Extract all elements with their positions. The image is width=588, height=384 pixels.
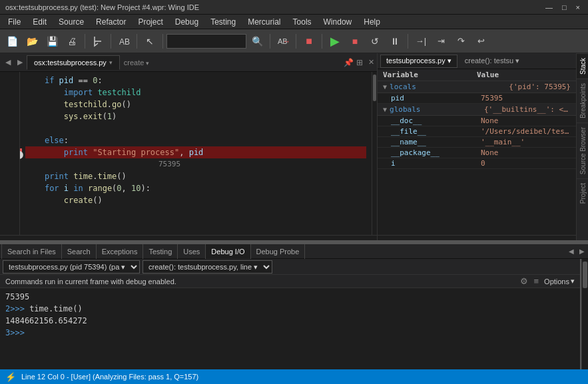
vtab-stack[interactable]: Stack bbox=[577, 53, 588, 79]
editor-and-debug: ◀ ▶ osx:testsubprocess.py ▾ create ▾ 📌 bbox=[0, 53, 588, 369]
editor-tab-dropdown-icon[interactable]: ▾ bbox=[109, 59, 113, 66]
left-content: ◀ ▶ osx:testsubprocess.py ▾ create ▾ 📌 bbox=[0, 53, 588, 369]
menu-refactor[interactable]: Refactor bbox=[91, 16, 131, 28]
editor-close-icon[interactable]: ✕ bbox=[368, 58, 374, 67]
right-scrollbar-h[interactable] bbox=[378, 235, 576, 240]
console-scrollbar-v[interactable] bbox=[581, 259, 588, 369]
bottom-nav-next[interactable]: ▶ bbox=[577, 248, 587, 255]
debug-run-button[interactable] bbox=[89, 32, 107, 51]
editor-scroll-thumb[interactable] bbox=[373, 75, 376, 101]
console-settings-icon[interactable]: ⚙ bbox=[520, 276, 528, 286]
svg-text:↔: ↔ bbox=[283, 37, 289, 45]
vtab-source-browser[interactable]: Source Browser bbox=[577, 122, 588, 178]
toolbar-separator-3 bbox=[137, 34, 137, 49]
tab-exceptions[interactable]: Exceptions bbox=[97, 244, 144, 259]
vtab-breakpoints[interactable]: Breakpoints bbox=[577, 79, 588, 122]
console-output[interactable]: 75395 2>>> time.time() 1484662156.654272 bbox=[0, 288, 580, 369]
run-button[interactable]: ▶ bbox=[326, 32, 344, 51]
editor-tab-file[interactable]: osx:testsubprocess.py ▾ bbox=[27, 55, 120, 70]
editor-nav-back[interactable]: ◀ bbox=[3, 58, 13, 67]
options-button[interactable]: Options ▾ bbox=[544, 277, 575, 286]
print-button[interactable]: 🖨 bbox=[63, 32, 81, 51]
tab-search-in-files[interactable]: Search in Files bbox=[1, 244, 62, 259]
editor-split-icon[interactable]: ⊞ bbox=[356, 58, 363, 67]
step-over-button[interactable]: ↷ bbox=[451, 32, 470, 51]
menu-file[interactable]: File bbox=[3, 16, 26, 28]
pause-button[interactable]: ⏸ bbox=[386, 32, 404, 51]
menu-bar: File Edit Source Refactor Project Debug … bbox=[0, 15, 588, 29]
close-button[interactable]: × bbox=[573, 3, 583, 11]
search-input[interactable] bbox=[166, 34, 246, 49]
right-panel-tabs: testsubprocess.py ▾ create(): testsu ▾ bbox=[378, 53, 576, 69]
tab-uses[interactable]: Uses bbox=[178, 244, 206, 259]
new-file-button[interactable]: 📄 bbox=[3, 32, 21, 51]
menu-project[interactable]: Project bbox=[133, 16, 168, 28]
menu-debug[interactable]: Debug bbox=[170, 16, 204, 28]
menu-help[interactable]: Help bbox=[358, 16, 386, 28]
toolbar-separator-8 bbox=[408, 34, 408, 49]
var-row-name[interactable]: __name__ '__main__' bbox=[378, 137, 576, 148]
console-list-icon[interactable]: ≡ bbox=[533, 276, 539, 286]
var-row-pid[interactable]: pid 75395 bbox=[378, 93, 576, 104]
restart-debug-button[interactable]: ↺ bbox=[366, 32, 384, 51]
code-line bbox=[25, 122, 366, 134]
var-col-variable: Variable bbox=[383, 71, 477, 79]
maximize-button[interactable]: □ bbox=[559, 3, 569, 11]
save-button[interactable]: 💾 bbox=[43, 32, 61, 51]
frame-selector-1[interactable]: testsubprocess.py (pid 75394) (pa ▾ bbox=[3, 260, 140, 274]
window-controls: — □ × bbox=[543, 3, 583, 11]
editor-func-dropdown[interactable]: create ▾ bbox=[124, 59, 150, 67]
right-tab-func[interactable]: create(): testsu ▾ bbox=[459, 55, 525, 68]
terminate-button[interactable]: ■ bbox=[346, 32, 364, 51]
bottom-tabs: Search in Files Search Exceptions Testin… bbox=[0, 244, 588, 259]
open-button[interactable]: 📂 bbox=[23, 32, 41, 51]
top-editors: ◀ ▶ osx:testsubprocess.py ▾ create ▾ 📌 bbox=[0, 53, 588, 240]
frame-selector-2[interactable]: create(): testsubprocess.py, line ▾ bbox=[143, 260, 272, 274]
code-line: if pid == 0: bbox=[25, 75, 366, 87]
tab-debug-probe[interactable]: Debug Probe bbox=[251, 244, 306, 259]
menu-edit[interactable]: Edit bbox=[27, 16, 52, 28]
locals-expand-icon: ▼ bbox=[383, 83, 387, 91]
var-row-i[interactable]: i 0 bbox=[378, 158, 576, 169]
return-button[interactable]: ↩ bbox=[471, 32, 490, 51]
stop-button[interactable]: ■ bbox=[300, 32, 318, 51]
search-button[interactable]: 🔍 bbox=[248, 32, 266, 51]
toolbar-separator-7 bbox=[322, 34, 322, 49]
right-tab-file[interactable]: testsubprocess.py ▾ bbox=[380, 55, 457, 68]
var-row-package[interactable]: __package__ None bbox=[378, 148, 576, 158]
menu-tools[interactable]: Tools bbox=[288, 16, 317, 28]
editor-nav-forward[interactable]: ▶ bbox=[15, 58, 25, 67]
menu-source[interactable]: Source bbox=[53, 16, 89, 28]
output-line-3: 1484662156.654272 bbox=[5, 315, 575, 327]
debug-console: testsubprocess.py (pid 75394) (pa ▾ crea… bbox=[0, 259, 588, 369]
menu-testing[interactable]: Testing bbox=[205, 16, 241, 28]
cursor-button[interactable]: ↖ bbox=[141, 32, 159, 51]
status-icon: ⚡ bbox=[5, 372, 16, 382]
tab-testing[interactable]: Testing bbox=[143, 244, 178, 259]
tab-search[interactable]: Search bbox=[62, 244, 97, 259]
vtab-project[interactable]: Project bbox=[577, 178, 588, 208]
step-out-button[interactable]: ⇥ bbox=[432, 32, 450, 51]
console-scroll-thumb[interactable] bbox=[583, 262, 587, 288]
var-row-doc[interactable]: __doc__ None bbox=[378, 116, 576, 126]
step-into-button[interactable]: →| bbox=[412, 32, 430, 51]
code-content[interactable]: if pid == 0: import testchild testchild.… bbox=[20, 72, 372, 235]
bottom-nav-prev[interactable]: ◀ bbox=[567, 248, 576, 255]
toolbar-separator-2 bbox=[111, 34, 111, 49]
minimize-button[interactable]: — bbox=[543, 3, 555, 11]
tab-debug-io[interactable]: Debug I/O bbox=[206, 244, 250, 259]
var-row-file[interactable]: __file__ '/Users/sdeibel/test/testsubpro bbox=[378, 126, 576, 137]
locals-value: {'pid': 75395} bbox=[509, 83, 571, 91]
globals-section[interactable]: ▼ globals {'__builtins__': <module '__bu… bbox=[378, 104, 576, 116]
replace-button[interactable]: AB bbox=[115, 32, 133, 51]
right-vtabs: Stack Breakpoints Source Browser Project bbox=[576, 53, 588, 240]
editor-pin-icon[interactable]: 📌 bbox=[344, 58, 354, 67]
title-text: osx:testsubprocess.py (test): New Projec… bbox=[5, 3, 543, 11]
menu-mercurial[interactable]: Mercurial bbox=[242, 16, 286, 28]
locals-section[interactable]: ▼ locals {'pid': 75395} bbox=[378, 81, 576, 93]
menu-window[interactable]: Window bbox=[318, 16, 358, 28]
editor-scrollbar-h[interactable] bbox=[0, 235, 377, 240]
find-replace-icon[interactable]: AB↔ bbox=[274, 32, 292, 51]
console-header-text: Commands run in current frame with debug… bbox=[5, 278, 515, 286]
editor-scrollbar-v[interactable] bbox=[372, 72, 377, 235]
